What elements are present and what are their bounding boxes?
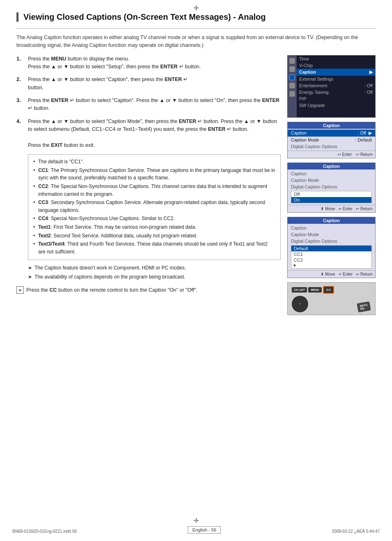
caption-menu-1-body: Caption : Off ▶ Caption Mode : Default D… xyxy=(288,129,375,151)
cm2-dropdown: Off On xyxy=(291,191,372,203)
note-1-text: The Caption feature doesn't work in Comp… xyxy=(35,264,186,272)
note-2-text: The availability of captions depends on … xyxy=(35,273,185,281)
remote-top-buttons: CH LIST MENU CC xyxy=(292,286,334,294)
cm1-mode-label: Caption Mode xyxy=(291,137,319,142)
cc-note-text: Press the CC button on the remote contro… xyxy=(26,287,197,293)
icon-3 xyxy=(289,74,295,80)
steps-section: 1. Press the MENU button to display the … xyxy=(16,55,281,315)
step-3: 3. Press the ENTER ↵ button to select "C… xyxy=(16,97,281,113)
bullet-box: The default is "CC1". CC1: The Primary S… xyxy=(28,154,281,260)
cm3-option-default: Default xyxy=(291,246,371,251)
cm3-option-cc2: CC2 xyxy=(291,257,371,263)
caption-menu-3-body: Caption Caption Mode Digital Caption Opt… xyxy=(288,224,375,270)
ch-list-btn: CH LIST xyxy=(292,287,307,293)
menu-item-sw: SW Upgrade xyxy=(297,102,375,109)
remote-circle: ✛ xyxy=(292,296,308,312)
cm2-row-mode: Caption Mode xyxy=(288,177,375,183)
cc-note-icon: N xyxy=(16,286,24,294)
bullet-item: CC2: The Special Non-Synchronous Use Cap… xyxy=(33,183,275,198)
step-2-content: Press the ▲ or ▼ button to select "Capti… xyxy=(28,76,281,92)
bullet-item: CC3: Secondary Synchronous Caption Servi… xyxy=(33,199,275,214)
note-2: ➤ The availability of captions depends o… xyxy=(28,273,269,281)
cm3-dropdown: Default CC1 CC2 ▼ xyxy=(291,245,372,269)
icon-2 xyxy=(289,66,295,72)
caption-menu-3-header: Caption xyxy=(288,217,375,224)
caption-menu-3: Caption Caption Caption Mode Digital Cap… xyxy=(287,217,376,278)
cm3-return: ↩ Return xyxy=(356,272,373,276)
cm2-option-off: Off xyxy=(291,191,371,197)
caption-label: Caption xyxy=(299,70,316,75)
note-arrow-icon: ➤ xyxy=(28,264,32,272)
footer-date: 2008-02-22 ¿ÁÈÂ 5:44:47 xyxy=(332,529,380,534)
footer-filename: BN68-01392D-01Eng-0221.indd 56 xyxy=(12,529,77,534)
caption-menu-3-footer: ⬆ Move ↵ Enter ↩ Return xyxy=(288,270,375,278)
page: Viewing Closed Captions (On-Screen Text … xyxy=(0,0,392,541)
compass-icon: ✛ xyxy=(194,4,199,12)
page-number: English - 56 xyxy=(192,527,216,532)
caption-menu-1: Caption Caption : Off ▶ Caption Mode : D… xyxy=(287,122,376,158)
step-2-num: 2. xyxy=(16,76,26,82)
caption-menu-1-row-mode: Caption Mode : Default xyxy=(288,137,375,143)
page-title: Viewing Closed Captions (On-Screen Text … xyxy=(23,12,376,22)
intro-text: The Analog Caption function operates in … xyxy=(16,34,376,49)
caption-arrow: ▶ xyxy=(369,70,373,75)
setup-menu-items: Time V-Chip Caption ▶ External Settings … xyxy=(297,56,375,117)
remote-return-btn: RETURN xyxy=(357,301,371,312)
page-footer: BN68-01392D-01Eng-0221.indd 56 English -… xyxy=(0,526,392,534)
compass-icon-bottom: ✛ xyxy=(194,517,199,525)
bullet-item: The default is "CC1". xyxy=(33,158,275,166)
cm2-row-digital: Digital Caption Options xyxy=(288,183,375,190)
cm1-mode-value: : Default xyxy=(355,137,372,142)
cm3-option-cc1: CC1 xyxy=(291,251,371,257)
entertainment-label: Entertainment xyxy=(299,83,327,88)
cm3-mode-label: Caption Mode xyxy=(291,232,319,237)
cm3-row-mode: Caption Mode xyxy=(288,231,375,238)
caption-menu-1-footer: ↵ Enter ↩ Return xyxy=(288,151,375,158)
menu-btn: MENU xyxy=(308,287,322,293)
caption-menu-1-header: Caption xyxy=(288,122,375,129)
screenshots-panel: Time V-Chip Caption ▶ External Settings … xyxy=(287,55,376,315)
step-4: 4. Press the ▲ or ▼ button to select "Ca… xyxy=(16,118,281,150)
cc-note-row: N Press the CC button on the remote cont… xyxy=(16,286,281,294)
energy-value: : Off xyxy=(364,90,373,95)
step-4-content: Press the ▲ or ▼ button to select "Capti… xyxy=(28,118,281,150)
step-3-content: Press the ENTER ↵ button to select "Capt… xyxy=(28,97,281,113)
cm3-row-digital: Digital Caption Options xyxy=(288,238,375,244)
note-1: ➤ The Caption feature doesn't work in Co… xyxy=(28,264,269,272)
caption-menu-1-row-digital: Digital Caption Options xyxy=(288,143,375,150)
cm3-row-caption: Caption xyxy=(288,225,375,231)
cm2-mode-label: Caption Mode xyxy=(291,178,319,183)
d-pad-icon: ✛ xyxy=(299,302,302,306)
remote-control-image: CH LIST MENU CC ✛ RETURN xyxy=(287,282,376,315)
cm3-move: ⬆ Move xyxy=(321,272,335,276)
cm2-caption-label: Caption xyxy=(291,171,307,176)
cm1-enter: ↵ Enter xyxy=(338,152,352,157)
cm1-caption-label: Caption xyxy=(291,130,307,136)
menu-item-external: External Settings xyxy=(297,76,375,82)
icon-5 xyxy=(289,91,295,97)
entertainment-value: : Off xyxy=(364,83,373,88)
page-number-box: English - 56 xyxy=(188,526,221,534)
bullet-item: Text3/Text4: Third and Fourth Text Servi… xyxy=(33,240,275,255)
caption-menu-2-header: Caption xyxy=(288,163,375,169)
bullet-item: CC4: Special Non-Synchronous Use Caption… xyxy=(33,215,275,223)
menu-item-entertainment: Entertainment : Off xyxy=(297,82,375,89)
cm2-return: ↩ Return xyxy=(356,207,373,211)
menu-item-time: Time xyxy=(297,56,375,62)
bullet-list: The default is "CC1". CC1: The Primary S… xyxy=(33,158,275,255)
caption-menu-2: Caption Caption Caption Mode Digital Cap… xyxy=(287,163,376,213)
cm1-caption-value: : Off ▶ xyxy=(357,130,372,136)
cm3-enter: ↵ Enter xyxy=(339,272,353,276)
icon-4 xyxy=(289,83,295,88)
step-1-content: Press the MENU button to display the men… xyxy=(28,55,281,71)
menu-item-vchip: V-Chip xyxy=(297,62,375,69)
bullet-item: CC1: The Primary Synchronous Caption Ser… xyxy=(33,167,275,182)
note-arrow-icon-2: ➤ xyxy=(28,273,32,281)
cm2-move: ⬆ Move xyxy=(321,207,335,211)
cm1-return: ↩ Return xyxy=(356,152,373,157)
main-content: 1. Press the MENU button to display the … xyxy=(16,55,376,315)
menu-item-caption-selected: Caption ▶ xyxy=(297,69,375,76)
cm3-scroll-arrow: ▼ xyxy=(291,263,371,268)
step-3-num: 3. xyxy=(16,97,26,103)
bullet-item: Text2: Second Text Service. Additional d… xyxy=(33,232,275,240)
